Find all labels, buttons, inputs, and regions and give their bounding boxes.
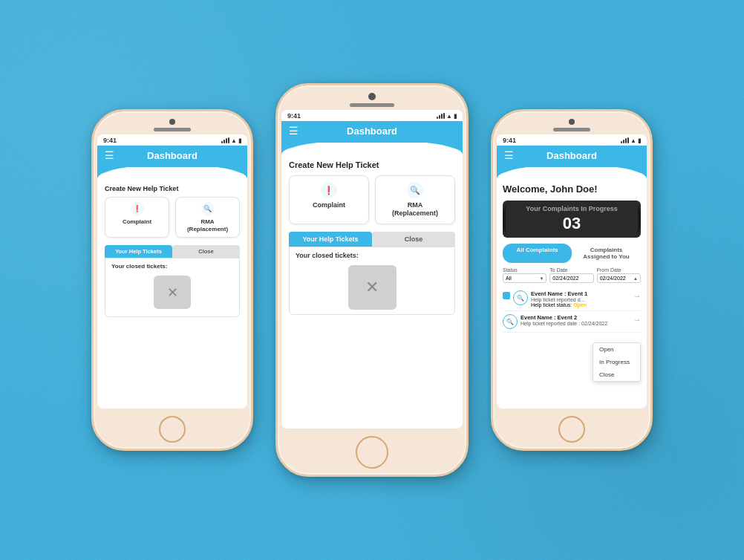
complaints-banner: Your Complaints In Progress 03: [503, 201, 641, 238]
ticket-item-2: 🔍 Event Name : Event 2 Help ticket repor…: [503, 311, 641, 333]
complaint-label-left: Complaint: [123, 218, 151, 226]
tab-close-center[interactable]: Close: [372, 232, 455, 247]
camera-dot-right: [569, 119, 575, 125]
speaker-bar-right: [553, 128, 590, 131]
complaint-icon-center: ❗: [321, 182, 337, 198]
home-button-left[interactable]: [159, 416, 186, 443]
camera-dot-center: [368, 93, 376, 100]
menu-icon-left[interactable]: ☰: [105, 149, 114, 162]
rma-btn-left[interactable]: 🔍 RMA(Replacement): [175, 197, 240, 238]
dropdown-in-progress[interactable]: In Progress: [593, 356, 640, 368]
phone-top-center: [278, 85, 466, 107]
status-bar-left: 9:41 ▲ ▮: [97, 134, 247, 146]
battery-icon-center: ▮: [454, 113, 457, 120]
ticket-status-1: Help ticket status: Open: [531, 302, 630, 307]
todate-filter: To Date 02/24/2022: [549, 267, 593, 283]
status-time-right: 9:41: [503, 137, 516, 144]
fromdate-select[interactable]: 02/24/2022 ▲: [597, 273, 641, 283]
complaint-label-center: Complaint: [313, 201, 345, 209]
banner-count: 03: [510, 214, 633, 233]
menu-icon-center[interactable]: ☰: [289, 125, 298, 137]
status-dropdown[interactable]: Open In Progress Close: [593, 342, 641, 382]
status-time-center: 9:41: [287, 112, 301, 120]
home-button-right[interactable]: [558, 416, 585, 443]
ticket-item-1: 🔍 Event Name : Event 1 Help ticket repor…: [503, 287, 641, 311]
assigned-tab[interactable]: Complaints Assigned to You: [572, 244, 641, 263]
signal-bars-center: [437, 113, 445, 119]
fromdate-caret: ▲: [633, 276, 638, 281]
header-title-right: Dashboard: [546, 150, 597, 161]
wifi-icon-left: ▲: [231, 137, 237, 144]
ticket-arrow-1[interactable]: →: [633, 292, 641, 300]
battery-icon-right: ▮: [638, 137, 641, 144]
signal-bars-right: [621, 137, 629, 143]
content-right: Welcome, John Doe! Your Complaints In Pr…: [497, 179, 647, 408]
tab-close-left[interactable]: Close: [172, 245, 240, 258]
welcome-title-right: Welcome, John Doe!: [503, 183, 641, 195]
header-title-center: Dashboard: [347, 126, 397, 137]
todate-label: To Date: [549, 267, 593, 273]
battery-icon-left: ▮: [238, 137, 241, 144]
content-center: Create New Help Ticket ❗ Complaint 🔍 RMA…: [281, 154, 463, 429]
ticket-name-2: Event Name : Event 2: [521, 314, 630, 321]
ticket-info-1: Event Name : Event 1 Help ticket reporte…: [531, 290, 630, 307]
dropdown-close[interactable]: Close: [593, 368, 640, 381]
header-right: ☰ Dashboard: [497, 146, 647, 167]
tabs-center: Your Help Tickets Close: [289, 232, 455, 247]
dropdown-open[interactable]: Open: [593, 343, 640, 356]
status-caret: ▼: [539, 276, 544, 281]
tab-your-tickets-center[interactable]: Your Help Tickets: [289, 232, 372, 247]
status-icons-right: ▲ ▮: [621, 137, 641, 144]
phone-top-left: [94, 111, 251, 131]
section-title-left: Create New Help Ticket: [105, 185, 240, 192]
filter-row: Status All ▼ To Date 02/24/2022 From Dat…: [503, 267, 641, 283]
empty-state-left: ✕: [111, 276, 233, 309]
fromdate-filter: From Date 02/24/2022 ▲: [597, 267, 641, 283]
wave-center: [281, 143, 463, 154]
todate-select[interactable]: 02/24/2022: [549, 273, 593, 283]
closed-label-center: Your closed tickets:: [296, 252, 448, 259]
rma-icon-left: 🔍: [201, 202, 215, 215]
empty-state-center: ✕: [296, 265, 448, 310]
status-time-left: 9:41: [103, 137, 117, 144]
menu-icon-right[interactable]: ☰: [504, 149, 514, 162]
status-bar-center: 9:41 ▲ ▮: [281, 110, 463, 121]
status-bar-right: 9:41 ▲ ▮: [497, 134, 647, 146]
status-value-1: Open: [573, 302, 587, 307]
ticket-icon-2: 🔍: [503, 314, 518, 329]
closed-area-center: Your closed tickets: ✕: [289, 247, 455, 315]
camera-dot: [169, 119, 175, 125]
complaint-btn-left[interactable]: ❗ Complaint: [105, 197, 169, 238]
ticket-icon-1: 🔍: [513, 290, 528, 305]
section-title-center: Create New Help Ticket: [289, 160, 455, 169]
header-center: ☰ Dashboard: [281, 121, 463, 143]
screen-right: 9:41 ▲ ▮ ☰ Dashboard Welcome, John Doe! …: [497, 134, 647, 408]
wave-right: [497, 167, 647, 179]
all-complaints-tab[interactable]: All Complaints: [503, 244, 572, 263]
complaint-btn-center[interactable]: ❗ Complaint: [289, 175, 369, 224]
screen-left: 9:41 ▲ ▮ ☰ Dashboard Create New Help Tic…: [97, 134, 247, 408]
wifi-icon-center: ▲: [446, 113, 452, 120]
rma-btn-center[interactable]: 🔍 RMA(Replacement): [375, 175, 455, 224]
phone-right: 9:41 ▲ ▮ ☰ Dashboard Welcome, John Doe! …: [491, 109, 653, 451]
rma-icon-center: 🔍: [407, 182, 423, 198]
home-button-center[interactable]: [356, 436, 388, 469]
ticket-date-1: Help ticket reported d...: [531, 297, 630, 302]
status-icons-center: ▲ ▮: [437, 113, 457, 120]
tab-your-tickets-left[interactable]: Your Help Tickets: [105, 245, 172, 258]
ticket-list-right: 🔍 Event Name : Event 1 Help ticket repor…: [503, 287, 641, 333]
screen-center: 9:41 ▲ ▮ ☰ Dashboard Create New Help Tic…: [281, 110, 463, 429]
ticket-checkbox-1[interactable]: [503, 292, 510, 299]
status-filter-label: Status: [503, 267, 546, 273]
content-left: Create New Help Ticket ❗ Complaint 🔍 RMA…: [97, 179, 247, 408]
banner-title: Your Complaints In Progress: [510, 205, 633, 212]
signal-bars-left: [221, 137, 229, 143]
ticket-info-2: Event Name : Event 2 Help ticket reporte…: [521, 314, 630, 326]
ticket-arrow-2[interactable]: →: [633, 316, 641, 324]
status-select[interactable]: All ▼: [503, 273, 546, 283]
ticket-date-2: Help ticket reported date : 02/24/2022: [521, 321, 630, 326]
wifi-icon-right: ▲: [630, 137, 636, 144]
fromdate-label: From Date: [597, 267, 641, 273]
empty-box-center: ✕: [348, 265, 397, 310]
tabs-left: Your Help Tickets Close: [105, 245, 240, 258]
